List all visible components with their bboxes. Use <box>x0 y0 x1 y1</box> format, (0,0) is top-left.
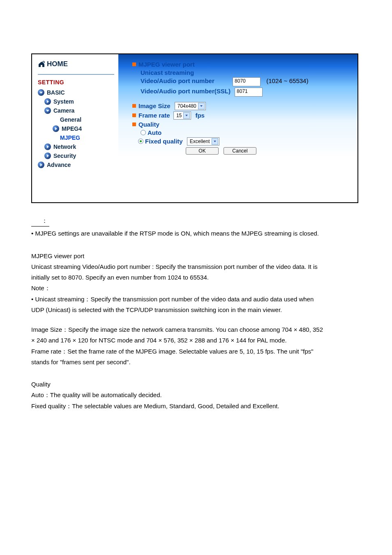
port-ssl-input[interactable]: 8071 <box>235 88 263 97</box>
sidebar-item-label: MPEG4 <box>62 125 82 132</box>
home-link[interactable]: HOME <box>38 60 114 68</box>
chevron-down-icon <box>38 89 44 96</box>
chevron-down-icon <box>212 138 218 145</box>
port-input[interactable]: 8070 <box>233 77 261 86</box>
image-size-select[interactable]: 704x480 <box>175 102 206 110</box>
sidebar-item-basic[interactable]: BASIC <box>38 88 114 97</box>
quality-fixed-select[interactable]: Excellent <box>187 137 219 146</box>
frame-rate-unit: fps <box>195 112 205 119</box>
sidebar-item-general[interactable]: General <box>38 115 114 124</box>
quality-auto-label: Auto <box>148 129 161 136</box>
doc-line: stands for "frames sent per second". <box>31 357 361 368</box>
chevron-right-icon <box>44 143 51 150</box>
sidebar-item-label: Network <box>53 143 76 150</box>
doc-line: initially set to 8070. Specify an even n… <box>31 272 361 283</box>
chevron-right-icon <box>44 153 51 159</box>
sidebar-item-camera[interactable]: Camera <box>38 106 114 115</box>
quality-fixed-value: Excellent <box>190 139 210 144</box>
sidebar-item-mjpeg[interactable]: MJPEG <box>38 133 114 142</box>
sidebar-divider <box>38 74 114 75</box>
sidebar-item-label: Advance <box>47 162 71 168</box>
chevron-down-icon <box>198 103 205 109</box>
quality-fixed-radio[interactable] <box>138 139 143 144</box>
note-colon: ： <box>31 215 49 227</box>
chevron-down-icon <box>44 107 51 114</box>
settings-panel: MJPEG viewer port Unicast streaming Vide… <box>118 54 357 202</box>
sidebar-item-system[interactable]: System <box>38 97 114 106</box>
sidebar-item-label: System <box>53 98 74 105</box>
sidebar-item-advance[interactable]: Advance <box>38 160 114 169</box>
cancel-button[interactable]: Cancel <box>224 147 256 155</box>
frame-rate-select[interactable]: 15 <box>173 111 191 120</box>
chevron-right-icon <box>53 125 59 132</box>
sidebar: HOME SETTING BASIC System Camera Gene <box>32 54 118 202</box>
ok-button[interactable]: OK <box>186 147 219 155</box>
doc-line: Note： <box>31 283 361 294</box>
doc-line: • Unicast streaming：Specify the transmis… <box>31 294 361 305</box>
frame-rate-label: Frame rate <box>138 112 170 119</box>
home-icon <box>38 61 45 67</box>
sidebar-item-mpeg4[interactable]: MPEG4 <box>38 124 114 133</box>
port-label: Video/Audio port number <box>141 77 214 84</box>
bullet-icon <box>132 104 136 108</box>
setting-header: SETTING <box>38 79 114 86</box>
quality-fixed-label: Fixed quality <box>145 138 183 145</box>
doc-line: Frame rate：Set the frame rate of the MJP… <box>31 346 361 357</box>
doc-line: UDP (Unicast) is selected with the TCP/U… <box>31 305 361 315</box>
settings-screenshot: HOME SETTING BASIC System Camera Gene <box>31 53 358 203</box>
bullet-icon <box>132 62 136 66</box>
bullet-icon <box>132 113 136 117</box>
sidebar-item-network[interactable]: Network <box>38 142 114 151</box>
document-body: ： • MJPEG settings are unavailable if th… <box>31 215 361 412</box>
doc-line: Unicast streaming Video/Audio port numbe… <box>31 261 361 272</box>
sidebar-item-security[interactable]: Security <box>38 151 114 160</box>
quality-label: Quality <box>138 121 159 128</box>
sidebar-item-label: General <box>60 116 81 123</box>
doc-heading: MJPEG viewer port <box>31 251 361 261</box>
frame-rate-value: 15 <box>176 113 182 118</box>
home-label: HOME <box>47 60 68 68</box>
doc-line: • MJPEG settings are unavailable if the … <box>31 228 361 239</box>
port-range: (1024 ~ 65534) <box>266 77 308 84</box>
svg-point-0 <box>43 61 44 63</box>
image-size-label: Image Size <box>138 102 171 109</box>
doc-line: Image Size：Specify the image size the ne… <box>31 324 361 335</box>
port-ssl-label: Video/Audio port number(SSL) <box>141 88 231 95</box>
doc-line: Fixed quality：The selectable values are … <box>31 401 361 412</box>
doc-heading: Quality <box>31 379 361 390</box>
panel-title: MJPEG viewer port <box>138 61 195 68</box>
bullet-icon <box>132 123 136 126</box>
image-size-value: 704x480 <box>178 103 196 109</box>
sidebar-item-label: MJPEG <box>60 134 80 141</box>
chevron-down-icon <box>183 112 190 119</box>
chevron-right-icon <box>38 162 44 168</box>
quality-auto-radio[interactable] <box>141 130 146 135</box>
sidebar-item-label: Security <box>53 153 76 159</box>
doc-line: Auto：The quality will be automatically d… <box>31 390 361 400</box>
doc-line: × 240 and 176 × 120 for NTSC mode and 70… <box>31 335 361 346</box>
unicast-heading: Unicast streaming <box>132 69 349 76</box>
sidebar-item-label: Camera <box>53 107 74 114</box>
chevron-right-icon <box>44 98 51 105</box>
sidebar-item-label: BASIC <box>47 89 65 96</box>
